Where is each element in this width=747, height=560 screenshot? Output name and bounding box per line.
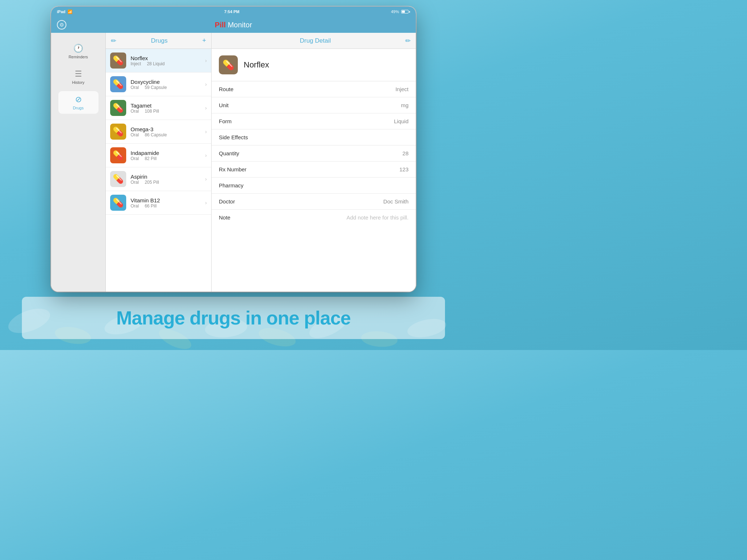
sidebar-item-drugs[interactable]: ⊘ Drugs xyxy=(58,91,98,114)
device-name: iPad xyxy=(57,9,65,14)
detail-field-doctor: Doctor Doc Smith xyxy=(212,194,416,210)
field-value-note: Add note here for this pill. xyxy=(347,214,409,221)
drug-qty-norflex: 28 Liquid xyxy=(147,61,165,66)
field-value-quantity: 28 xyxy=(402,150,409,156)
settings-button[interactable]: ⚙ xyxy=(57,20,66,30)
field-label-unit: Unit xyxy=(219,102,229,108)
bottom-banner: Manage drugs in one place xyxy=(22,297,445,339)
drug-qty-indapamide: 82 Pill xyxy=(145,156,157,161)
drug-image-doxycycline xyxy=(110,76,126,92)
drug-image-vitaminb12 xyxy=(110,195,126,211)
drug-info-doxycycline: Doxycycline Oral 59 Capsule xyxy=(131,79,205,90)
detail-field-side-effects: Side Effects xyxy=(212,129,416,145)
field-value-rx-number: 123 xyxy=(399,166,409,172)
drug-image-indapamide xyxy=(110,147,126,163)
status-time: 7:54 PM xyxy=(224,9,240,14)
drug-route-aspirin: Oral xyxy=(131,180,139,185)
detail-field-form: Form Liquid xyxy=(212,113,416,129)
field-label-route: Route xyxy=(219,86,233,92)
drug-detail-header: Drug Detail ✏ xyxy=(212,33,416,49)
battery-percentage: 49% xyxy=(391,9,399,14)
wifi-icon: 📶 xyxy=(67,9,73,14)
drug-name-vitaminb12: Vitamin B12 xyxy=(131,197,205,203)
ipad-frame: iPad 📶 7:54 PM 49% ⚙ Pill Monitor xyxy=(51,7,416,292)
drug-qty-aspirin: 205 Pill xyxy=(145,180,159,185)
chevron-icon-aspirin: › xyxy=(205,176,207,182)
status-right: 49% xyxy=(391,9,410,14)
drug-route-vitaminb12: Oral xyxy=(131,203,139,209)
drug-info-norflex: Norflex Inject 28 Liquid xyxy=(131,55,205,66)
drug-route-indapamide: Oral xyxy=(131,156,139,161)
drug-info-indapamide: Indapamide Oral 82 Pill xyxy=(131,150,205,161)
sidebar-item-reminders[interactable]: 🕐 Reminders xyxy=(58,40,98,63)
drug-qty-omega: 86 Capsule xyxy=(145,132,167,137)
drug-qty-vitaminb12: 66 Pill xyxy=(145,203,157,209)
drug-sub-vitaminb12: Oral 66 Pill xyxy=(131,203,205,209)
drug-info-vitaminb12: Vitamin B12 Oral 66 Pill xyxy=(131,197,205,209)
drug-name-doxycycline: Doxycycline xyxy=(131,79,205,85)
list-item[interactable]: Indapamide Oral 82 Pill › xyxy=(106,144,211,167)
field-value-doctor: Doc Smith xyxy=(383,198,409,205)
detail-field-pharmacy: Pharmacy xyxy=(212,178,416,194)
drug-sub-tagamet: Oral 108 Pill xyxy=(131,109,205,114)
chevron-icon-doxycycline: › xyxy=(205,81,207,87)
field-value-form: Liquid xyxy=(394,118,409,124)
drug-sub-aspirin: Oral 205 Pill xyxy=(131,180,205,185)
detail-field-route: Route Inject xyxy=(212,81,416,97)
drug-sub-norflex: Inject 28 Liquid xyxy=(131,61,205,66)
list-item[interactable]: Aspirin Oral 205 Pill › xyxy=(106,167,211,191)
drug-list-panel: ✏ Drugs + Norflex Inject 28 Liquid › xyxy=(106,33,212,292)
chevron-icon-omega: › xyxy=(205,129,207,135)
drug-info-tagamet: Tagamet Oral 108 Pill xyxy=(131,102,205,114)
drug-image-omega xyxy=(110,124,126,140)
drug-info-omega: Omega-3 Oral 86 Capsule xyxy=(131,126,205,137)
detail-field-rx-number: Rx Number 123 xyxy=(212,162,416,178)
app-title-pill: Pill xyxy=(215,21,226,29)
chevron-icon-norflex: › xyxy=(205,58,207,63)
drug-detail-fields: Route Inject Unit mg Form Liquid Side Ef… xyxy=(212,81,416,292)
drug-qty-doxycycline: 59 Capsule xyxy=(145,85,167,90)
field-label-pharmacy: Pharmacy xyxy=(219,182,244,188)
list-item[interactable]: Doxycycline Oral 59 Capsule › xyxy=(106,73,211,96)
drug-detail-title-row: 💊 Norflex xyxy=(212,49,416,81)
drug-sub-indapamide: Oral 82 Pill xyxy=(131,156,205,161)
drug-list-add-button[interactable]: + xyxy=(202,37,206,44)
bottom-banner-text: Manage drugs in one place xyxy=(116,307,351,328)
detail-field-note[interactable]: Note Add note here for this pill. xyxy=(212,210,416,225)
drug-name-norflex: Norflex xyxy=(131,55,205,61)
battery-indicator xyxy=(401,10,410,13)
drug-detail-edit-icon[interactable]: ✏ xyxy=(405,37,411,45)
drugs-icon: ⊘ xyxy=(75,95,82,104)
field-label-side-effects: Side Effects xyxy=(219,134,248,140)
title-bar: ⚙ Pill Monitor xyxy=(51,17,416,33)
drug-list: Norflex Inject 28 Liquid › Doxycycline O… xyxy=(106,49,211,292)
detail-field-unit: Unit mg xyxy=(212,97,416,113)
drug-list-edit-icon[interactable]: ✏ xyxy=(111,37,116,45)
field-label-doctor: Doctor xyxy=(219,198,235,205)
drug-route-doxycycline: Oral xyxy=(131,85,139,90)
sidebar-item-label-drugs: Drugs xyxy=(73,106,84,110)
drug-qty-tagamet: 108 Pill xyxy=(145,109,159,114)
list-item[interactable]: Vitamin B12 Oral 66 Pill › xyxy=(106,191,211,215)
drug-sub-omega: Oral 86 Capsule xyxy=(131,132,205,137)
reminders-icon: 🕐 xyxy=(73,44,83,53)
field-value-route: Inject xyxy=(395,86,409,92)
history-icon: ☰ xyxy=(75,69,82,79)
drug-route-tagamet: Oral xyxy=(131,109,139,114)
drug-detail-panel: Drug Detail ✏ 💊 Norflex Route Inject Uni… xyxy=(212,33,416,292)
gear-icon: ⚙ xyxy=(57,20,66,30)
chevron-icon-indapamide: › xyxy=(205,152,207,158)
list-item[interactable]: Norflex Inject 28 Liquid › xyxy=(106,49,211,73)
status-bar: iPad 📶 7:54 PM 49% xyxy=(51,7,416,17)
drug-name-aspirin: Aspirin xyxy=(131,174,205,180)
sidebar-item-history[interactable]: ☰ History xyxy=(58,66,98,88)
list-item[interactable]: Omega-3 Oral 86 Capsule › xyxy=(106,120,211,144)
app-title-monitor: Monitor xyxy=(226,21,252,29)
drug-detail-image: 💊 xyxy=(219,55,238,74)
list-item[interactable]: Tagamet Oral 108 Pill › xyxy=(106,96,211,120)
chevron-icon-tagamet: › xyxy=(205,105,207,111)
field-label-quantity: Quantity xyxy=(219,150,239,156)
field-label-rx-number: Rx Number xyxy=(219,166,247,172)
app-title: Pill Monitor xyxy=(215,21,252,29)
drug-detail-header-title: Drug Detail xyxy=(225,37,405,44)
